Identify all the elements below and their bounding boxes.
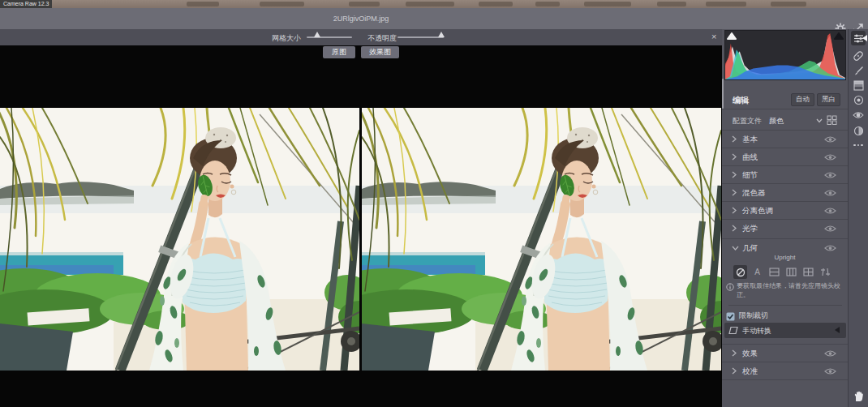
- adjustment-brush-icon[interactable]: [851, 63, 866, 78]
- taskbar-blur: [479, 2, 513, 6]
- window-title: Camera Raw 12.3: [0, 0, 52, 8]
- radial-filter-icon[interactable]: [851, 92, 866, 107]
- taskbar-blur: [771, 2, 806, 6]
- camera-raw-window: Camera Raw 12.3 2URlgivOiPM.jpg 网格大小: [0, 0, 868, 407]
- app-title-bar: 2URlgivOiPM.jpg: [0, 8, 868, 30]
- original-view-button[interactable]: 原图: [323, 46, 355, 58]
- upright-full-icon[interactable]: [801, 265, 815, 279]
- opacity-slider[interactable]: [397, 36, 444, 38]
- eye-icon[interactable]: [824, 135, 836, 144]
- close-icon[interactable]: ×: [711, 32, 716, 41]
- eye-icon[interactable]: [824, 189, 836, 197]
- section-effects[interactable]: 效果: [722, 344, 848, 362]
- strip-collapse-arrow-icon[interactable]: [862, 35, 867, 41]
- grid-size-slider-thumb[interactable]: [314, 32, 320, 37]
- taskbar-blur: [535, 2, 560, 6]
- eye-icon[interactable]: [824, 153, 836, 161]
- more-dots-icon[interactable]: [851, 138, 866, 152]
- divider: [722, 379, 848, 380]
- grid-compare-toolbar: 网格大小 不透明度 ×: [0, 29, 722, 45]
- upright-auto-icon[interactable]: A: [750, 265, 764, 279]
- section-curves[interactable]: 曲线: [722, 148, 848, 166]
- upright-level-icon[interactable]: [767, 265, 781, 279]
- info-icon: [726, 283, 734, 291]
- eye-icon[interactable]: [824, 171, 836, 179]
- red-eye-icon[interactable]: [851, 108, 866, 122]
- shadow-clip-indicator[interactable]: [727, 32, 737, 40]
- divider: [728, 305, 842, 306]
- os-taskbar: Camera Raw 12.3: [0, 0, 868, 8]
- graduated-filter-icon[interactable]: [851, 78, 866, 92]
- tool-strip: [848, 29, 868, 407]
- bw-button[interactable]: 黑白: [817, 93, 840, 106]
- eye-icon[interactable]: [824, 349, 836, 358]
- presets-icon[interactable]: [851, 123, 866, 138]
- section-basic[interactable]: 基本: [722, 130, 848, 148]
- panel-scrollbar[interactable]: [722, 79, 724, 109]
- eye-icon[interactable]: [824, 367, 836, 375]
- profile-browser-icon[interactable]: [827, 115, 837, 125]
- histogram[interactable]: [724, 30, 846, 80]
- taskbar-blur: [584, 2, 631, 6]
- upright-guided-icon[interactable]: [819, 265, 832, 279]
- auto-button[interactable]: 自动: [791, 93, 814, 106]
- taskbar-blur: [260, 2, 304, 6]
- eye-icon[interactable]: [824, 244, 836, 252]
- section-split-toning[interactable]: 分离色调: [722, 201, 848, 220]
- opacity-label: 不透明度: [367, 33, 397, 44]
- transform-icon: [728, 326, 738, 335]
- upright-label: Upright: [722, 254, 848, 261]
- grid-size-slider[interactable]: [307, 36, 352, 38]
- taskbar-blur: [406, 2, 454, 6]
- chevron-down-icon[interactable]: [816, 118, 823, 123]
- grid-size-label: 网格大小: [272, 33, 301, 44]
- opacity-slider-thumb[interactable]: [438, 32, 445, 37]
- upright-off-icon[interactable]: [733, 265, 747, 279]
- highlight-clip-indicator[interactable]: [834, 32, 844, 40]
- section-color-mixer[interactable]: 混色器: [722, 183, 848, 202]
- collapse-left-arrow-icon[interactable]: [835, 327, 840, 333]
- taskbar-blur: [349, 2, 380, 6]
- hand-tool-icon[interactable]: [851, 389, 866, 404]
- eye-icon[interactable]: [824, 207, 836, 215]
- manual-transform-label: 手动转换: [742, 326, 771, 336]
- profile-row: 配置文件 颜色: [722, 109, 848, 131]
- taskbar-blur: [706, 2, 746, 6]
- preview-photo-before[interactable]: [0, 108, 359, 371]
- section-optics[interactable]: 光学: [722, 219, 848, 238]
- section-detail[interactable]: 细节: [722, 165, 848, 184]
- edit-panel: 编辑 自动 黑白 配置文件 颜色 基本 曲线: [722, 29, 848, 407]
- preview-view-button[interactable]: 效果图: [361, 46, 399, 58]
- document-filename: 2URlgivOiPM.jpg: [0, 8, 722, 29]
- geometry-warning-text: 要获取最佳结果，请首先应用镜头校正。: [737, 281, 840, 299]
- constrain-crop-label: 限制裁切: [739, 311, 768, 321]
- taskbar-blur: [187, 2, 219, 6]
- profile-label: 配置文件: [733, 116, 762, 126]
- manual-transform-bar[interactable]: 手动转换: [724, 323, 846, 338]
- profile-select-value[interactable]: 颜色: [769, 116, 784, 126]
- preview-photo-after[interactable]: [362, 108, 721, 371]
- section-calibration[interactable]: 校准: [722, 362, 848, 380]
- upright-vertical-icon[interactable]: [784, 265, 798, 279]
- taskbar-blur: [657, 2, 686, 6]
- healing-brush-icon[interactable]: [851, 49, 866, 63]
- edit-title: 编辑: [733, 95, 749, 106]
- eye-icon[interactable]: [824, 225, 836, 233]
